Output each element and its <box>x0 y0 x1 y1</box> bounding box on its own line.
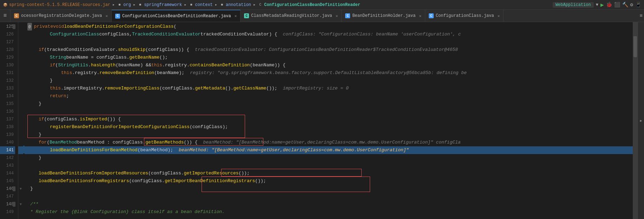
code-135: } <box>39 100 41 108</box>
tab-close-5[interactable]: ✕ <box>498 14 500 18</box>
code2-128: (configClass)) { <box>145 46 189 54</box>
code-area: 125 126 127 128 129 130 131 132 133 134 … <box>0 22 644 219</box>
debug-icon[interactable]: 🐞 <box>606 2 612 8</box>
code-editor[interactable]: @ private void loadBeanDefinitionsForCon… <box>25 22 633 219</box>
tab-label-2: ConfigurationClassBeanDefinitionReader.j… <box>122 14 231 19</box>
breadcrumb-pkg4[interactable]: annotation <box>226 2 251 7</box>
device-icon[interactable]: 📱 <box>635 2 641 8</box>
line-num-145: 145 <box>0 177 15 185</box>
fn-133: removeImportingClass <box>105 85 159 92</box>
tab-ocessor-registration-delegate[interactable]: C ocessorRegistrationDelegate.java ✕ <box>11 10 112 22</box>
fold-147 <box>18 193 23 200</box>
code2-130: . <box>88 61 91 69</box>
line-num-146: 146 <box>0 185 15 193</box>
fn-138: registerBeanDefinitionForImportedConfigu… <box>50 123 190 131</box>
fold-131 <box>18 69 23 77</box>
line-num-132: 132 <box>0 77 15 85</box>
code-line-140: for ( BeanMethod beanMethod : configClas… <box>25 139 633 146</box>
code-line-130: if ( StringUtils . hasLength (beanName) … <box>25 61 633 69</box>
fold-136 <box>18 108 23 115</box>
fn2-130: containsBeanDefinition <box>190 61 250 69</box>
kw-if-128: if <box>39 46 44 54</box>
fold-130 <box>18 61 23 69</box>
breadcrumb-sep-5: ▸ <box>253 2 256 7</box>
code-line-146: } <box>25 185 633 193</box>
code-139: } <box>39 131 41 139</box>
debug-133: importRegistry: size = 0 <box>283 85 349 92</box>
tab-configuration-class-bean-definition-reader[interactable]: C ConfigurationClassBeanDefinitionReader… <box>112 10 241 22</box>
code2-140: beanMethod : configClass. <box>77 139 145 146</box>
param-tracked-126: trackedConditionEvaluator) { <box>201 31 277 38</box>
line-num-126: 126 <box>0 31 15 38</box>
build-icon[interactable]: 🔨 <box>622 2 628 8</box>
code-128: trackedConditionEvaluator. <box>47 46 118 54</box>
breadcrumb-class[interactable]: ConfigurationClassBeanDefinitionReader <box>264 2 360 7</box>
jar-icon: 📦 <box>3 2 8 7</box>
line-num-133: 133 <box>0 85 15 92</box>
code-line-127 <box>25 38 633 46</box>
fn2-133: getMetadata <box>195 85 225 92</box>
line-num-128: 128 <box>0 46 15 54</box>
breadcrumb-pkg2[interactable]: springframework <box>144 2 182 7</box>
code-137: ()) { <box>107 115 121 123</box>
debug-131: registry: "org.springframework.beans.fac… <box>190 69 467 77</box>
tab-class-metadata-reading-visitor[interactable]: C ClassMetadataReadingVisitor.java ✕ <box>241 10 342 22</box>
fold-125 <box>18 23 23 31</box>
fn-131: removeBeanDefinition <box>99 69 154 77</box>
kw-void-125: void <box>53 23 64 31</box>
breadcrumb-pkg1[interactable]: org <box>123 2 131 7</box>
breadcrumb-bar: 📦 spring-context-5.1.5.RELEASE-sources.j… <box>0 0 644 10</box>
line-num-144: 144 <box>0 170 15 177</box>
fold-142 <box>18 154 23 162</box>
fold-133 <box>18 85 23 92</box>
fold-139 <box>18 131 23 139</box>
line-num-129: 129 <box>0 54 15 61</box>
code-140: ( <box>47 139 50 146</box>
run-config-label[interactable]: WebApplication <box>553 2 594 8</box>
fn-128: shouldSkip <box>118 46 145 54</box>
tab-configuration-class[interactable]: C ConfigurationClass.java ✕ <box>425 10 504 22</box>
settings-icon[interactable]: ⚙ <box>630 2 633 8</box>
type-tracked-126: TrackedConditionEvaluator <box>132 31 201 38</box>
pkg-icon-2: ■ <box>138 2 143 7</box>
right-panel-toggle[interactable]: ▶ <box>638 22 644 219</box>
fold-146: ▼ <box>18 185 23 193</box>
breadcrumb-pkg3[interactable]: context <box>195 2 212 7</box>
code-line-129: String beanName = configClass. getBeanNa… <box>25 54 633 61</box>
code5-130: (beanName)) { <box>250 61 285 69</box>
fn-140: getBeanMethods <box>145 139 184 146</box>
line-num-130: 130 <box>0 61 15 69</box>
tab-close-4[interactable]: ✕ <box>419 14 421 18</box>
tab-bean-definition-holder[interactable]: C BeanDefinitionHolder.java ✕ <box>342 10 425 22</box>
fold-135 <box>18 100 23 108</box>
fn2-144: getImportedResources <box>184 170 238 177</box>
line-num-138: 138 <box>0 123 15 131</box>
tab-overflow-icon[interactable]: ≡ <box>640 13 643 19</box>
vertical-scrollbar[interactable] <box>633 22 638 219</box>
fold-140 <box>18 139 23 146</box>
tab-scroll-left[interactable]: ≡ <box>0 10 11 22</box>
tab-close-2[interactable]: ✕ <box>235 14 237 18</box>
code4-133: ()); <box>266 85 277 92</box>
code4-130: .registry. <box>162 61 190 69</box>
code-line-139: } <box>25 131 633 139</box>
kw-if-130: if <box>50 61 55 69</box>
run-icon[interactable]: ▶ <box>600 1 604 8</box>
run-dropdown-icon[interactable]: ▼ <box>596 2 598 7</box>
kw-return-134: return <box>50 92 66 100</box>
kw-private-125: private <box>34 23 53 31</box>
tab-close-3[interactable]: ✕ <box>336 14 338 18</box>
breadcrumb-sep-1: ▸ <box>112 2 115 7</box>
stop-icon[interactable]: ⬛ <box>614 2 620 8</box>
type-beanmethod-140: BeanMethod <box>50 139 77 146</box>
code-line-131: this .registry. removeBeanDefinition (be… <box>25 69 633 77</box>
fn3-133: getClassName <box>234 85 267 92</box>
tab-close-1[interactable]: ✕ <box>105 14 108 18</box>
breadcrumb-jar[interactable]: spring-context-5.1.5.RELEASE-sources.jar <box>9 2 110 7</box>
tab-icon-2: C <box>115 14 120 19</box>
fn2-145: getImportBeanDefinitionRegistrars <box>165 177 255 185</box>
line-num-127: 127 <box>0 38 15 46</box>
code3-130: (beanName) && <box>116 61 151 69</box>
kw-for-140: for <box>39 139 47 146</box>
code-133: .importRegistry. <box>61 85 105 92</box>
